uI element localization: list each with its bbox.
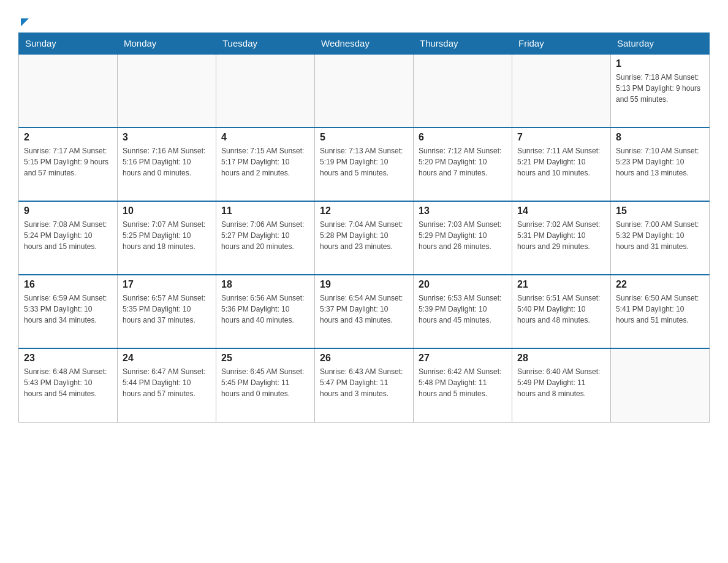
calendar-cell: 4Sunrise: 7:15 AM Sunset: 5:17 PM Daylig… bbox=[216, 128, 315, 201]
day-info: Sunrise: 7:16 AM Sunset: 5:16 PM Dayligh… bbox=[123, 145, 211, 178]
day-number: 6 bbox=[419, 132, 507, 143]
day-number: 25 bbox=[221, 353, 309, 364]
calendar-cell bbox=[19, 54, 118, 128]
week-row-1: 1Sunrise: 7:18 AM Sunset: 5:13 PM Daylig… bbox=[19, 54, 710, 128]
day-info: Sunrise: 7:07 AM Sunset: 5:25 PM Dayligh… bbox=[123, 219, 211, 252]
calendar-cell: 26Sunrise: 6:43 AM Sunset: 5:47 PM Dayli… bbox=[315, 348, 414, 422]
day-info: Sunrise: 6:56 AM Sunset: 5:36 PM Dayligh… bbox=[221, 293, 309, 326]
calendar-cell: 25Sunrise: 6:45 AM Sunset: 5:45 PM Dayli… bbox=[216, 348, 315, 422]
calendar-cell: 24Sunrise: 6:47 AM Sunset: 5:44 PM Dayli… bbox=[118, 348, 216, 422]
day-info: Sunrise: 7:04 AM Sunset: 5:28 PM Dayligh… bbox=[320, 219, 408, 252]
day-info: Sunrise: 6:51 AM Sunset: 5:40 PM Dayligh… bbox=[517, 293, 605, 326]
calendar-cell bbox=[414, 54, 512, 128]
day-number: 14 bbox=[517, 205, 605, 216]
day-number: 8 bbox=[616, 132, 704, 143]
day-info: Sunrise: 7:12 AM Sunset: 5:20 PM Dayligh… bbox=[419, 145, 507, 178]
calendar-cell: 27Sunrise: 6:42 AM Sunset: 5:48 PM Dayli… bbox=[414, 348, 512, 422]
weekday-header-wednesday: Wednesday bbox=[315, 33, 414, 55]
day-number: 24 bbox=[123, 353, 211, 364]
day-info: Sunrise: 6:47 AM Sunset: 5:44 PM Dayligh… bbox=[123, 366, 211, 399]
day-info: Sunrise: 6:48 AM Sunset: 5:43 PM Dayligh… bbox=[24, 366, 112, 399]
logo bbox=[18, 18, 29, 26]
calendar-cell: 9Sunrise: 7:08 AM Sunset: 5:24 PM Daylig… bbox=[19, 201, 118, 275]
day-number: 13 bbox=[419, 205, 507, 216]
calendar-cell: 22Sunrise: 6:50 AM Sunset: 5:41 PM Dayli… bbox=[611, 275, 710, 348]
calendar-cell: 18Sunrise: 6:56 AM Sunset: 5:36 PM Dayli… bbox=[216, 275, 315, 348]
day-number: 7 bbox=[517, 132, 605, 143]
calendar-cell: 5Sunrise: 7:13 AM Sunset: 5:19 PM Daylig… bbox=[315, 128, 414, 201]
day-info: Sunrise: 6:59 AM Sunset: 5:33 PM Dayligh… bbox=[24, 293, 112, 326]
calendar-cell: 19Sunrise: 6:54 AM Sunset: 5:37 PM Dayli… bbox=[315, 275, 414, 348]
day-number: 4 bbox=[221, 132, 309, 143]
day-number: 16 bbox=[24, 279, 112, 290]
day-number: 22 bbox=[616, 279, 704, 290]
calendar-cell: 12Sunrise: 7:04 AM Sunset: 5:28 PM Dayli… bbox=[315, 201, 414, 275]
calendar-cell: 6Sunrise: 7:12 AM Sunset: 5:20 PM Daylig… bbox=[414, 128, 512, 201]
day-number: 17 bbox=[123, 279, 211, 290]
day-number: 11 bbox=[221, 205, 309, 216]
calendar-cell: 15Sunrise: 7:00 AM Sunset: 5:32 PM Dayli… bbox=[611, 201, 710, 275]
calendar-cell bbox=[216, 54, 315, 128]
day-info: Sunrise: 6:43 AM Sunset: 5:47 PM Dayligh… bbox=[320, 366, 408, 399]
weekday-header-monday: Monday bbox=[118, 33, 216, 55]
day-number: 1 bbox=[616, 58, 704, 69]
week-row-2: 2Sunrise: 7:17 AM Sunset: 5:15 PM Daylig… bbox=[19, 128, 710, 201]
weekday-header-thursday: Thursday bbox=[414, 33, 512, 55]
calendar-cell: 11Sunrise: 7:06 AM Sunset: 5:27 PM Dayli… bbox=[216, 201, 315, 275]
day-info: Sunrise: 6:42 AM Sunset: 5:48 PM Dayligh… bbox=[419, 366, 507, 399]
day-number: 15 bbox=[616, 205, 704, 216]
calendar-cell: 14Sunrise: 7:02 AM Sunset: 5:31 PM Dayli… bbox=[512, 201, 611, 275]
calendar-cell: 21Sunrise: 6:51 AM Sunset: 5:40 PM Dayli… bbox=[512, 275, 611, 348]
weekday-header-saturday: Saturday bbox=[611, 33, 710, 55]
calendar-cell: 20Sunrise: 6:53 AM Sunset: 5:39 PM Dayli… bbox=[414, 275, 512, 348]
calendar-cell: 13Sunrise: 7:03 AM Sunset: 5:29 PM Dayli… bbox=[414, 201, 512, 275]
day-info: Sunrise: 7:08 AM Sunset: 5:24 PM Dayligh… bbox=[24, 219, 112, 252]
calendar-cell bbox=[512, 54, 611, 128]
day-info: Sunrise: 7:10 AM Sunset: 5:23 PM Dayligh… bbox=[616, 145, 704, 178]
day-info: Sunrise: 7:13 AM Sunset: 5:19 PM Dayligh… bbox=[320, 145, 408, 178]
day-info: Sunrise: 7:15 AM Sunset: 5:17 PM Dayligh… bbox=[221, 145, 309, 178]
calendar-cell: 8Sunrise: 7:10 AM Sunset: 5:23 PM Daylig… bbox=[611, 128, 710, 201]
day-number: 2 bbox=[24, 132, 112, 143]
day-number: 20 bbox=[419, 279, 507, 290]
weekday-header-sunday: Sunday bbox=[19, 33, 118, 55]
day-number: 3 bbox=[123, 132, 211, 143]
calendar-cell: 10Sunrise: 7:07 AM Sunset: 5:25 PM Dayli… bbox=[118, 201, 216, 275]
calendar-cell: 28Sunrise: 6:40 AM Sunset: 5:49 PM Dayli… bbox=[512, 348, 611, 422]
day-info: Sunrise: 7:18 AM Sunset: 5:13 PM Dayligh… bbox=[616, 72, 704, 105]
calendar-cell bbox=[611, 348, 710, 422]
page-header bbox=[18, 12, 710, 26]
day-number: 10 bbox=[123, 205, 211, 216]
day-number: 28 bbox=[517, 353, 605, 364]
calendar-cell: 23Sunrise: 6:48 AM Sunset: 5:43 PM Dayli… bbox=[19, 348, 118, 422]
day-number: 21 bbox=[517, 279, 605, 290]
weekday-header-friday: Friday bbox=[512, 33, 611, 55]
calendar-cell: 16Sunrise: 6:59 AM Sunset: 5:33 PM Dayli… bbox=[19, 275, 118, 348]
calendar-cell: 2Sunrise: 7:17 AM Sunset: 5:15 PM Daylig… bbox=[19, 128, 118, 201]
day-number: 5 bbox=[320, 132, 408, 143]
day-number: 27 bbox=[419, 353, 507, 364]
weekday-header-tuesday: Tuesday bbox=[216, 33, 315, 55]
day-info: Sunrise: 6:50 AM Sunset: 5:41 PM Dayligh… bbox=[616, 293, 704, 326]
day-number: 9 bbox=[24, 205, 112, 216]
day-info: Sunrise: 6:57 AM Sunset: 5:35 PM Dayligh… bbox=[123, 293, 211, 326]
calendar-table: SundayMondayTuesdayWednesdayThursdayFrid… bbox=[18, 33, 710, 423]
day-number: 23 bbox=[24, 353, 112, 364]
day-info: Sunrise: 7:06 AM Sunset: 5:27 PM Dayligh… bbox=[221, 219, 309, 252]
day-info: Sunrise: 7:02 AM Sunset: 5:31 PM Dayligh… bbox=[517, 219, 605, 252]
week-row-3: 9Sunrise: 7:08 AM Sunset: 5:24 PM Daylig… bbox=[19, 201, 710, 275]
day-info: Sunrise: 6:45 AM Sunset: 5:45 PM Dayligh… bbox=[221, 366, 309, 399]
calendar-cell: 1Sunrise: 7:18 AM Sunset: 5:13 PM Daylig… bbox=[611, 54, 710, 128]
day-number: 12 bbox=[320, 205, 408, 216]
calendar-cell: 7Sunrise: 7:11 AM Sunset: 5:21 PM Daylig… bbox=[512, 128, 611, 201]
day-info: Sunrise: 6:53 AM Sunset: 5:39 PM Dayligh… bbox=[419, 293, 507, 326]
weekday-header-row: SundayMondayTuesdayWednesdayThursdayFrid… bbox=[19, 33, 710, 55]
day-info: Sunrise: 7:17 AM Sunset: 5:15 PM Dayligh… bbox=[24, 145, 112, 178]
calendar-cell bbox=[118, 54, 216, 128]
calendar-cell: 3Sunrise: 7:16 AM Sunset: 5:16 PM Daylig… bbox=[118, 128, 216, 201]
calendar-cell: 17Sunrise: 6:57 AM Sunset: 5:35 PM Dayli… bbox=[118, 275, 216, 348]
calendar-cell bbox=[315, 54, 414, 128]
day-info: Sunrise: 7:03 AM Sunset: 5:29 PM Dayligh… bbox=[419, 219, 507, 252]
week-row-5: 23Sunrise: 6:48 AM Sunset: 5:43 PM Dayli… bbox=[19, 348, 710, 422]
week-row-4: 16Sunrise: 6:59 AM Sunset: 5:33 PM Dayli… bbox=[19, 275, 710, 348]
